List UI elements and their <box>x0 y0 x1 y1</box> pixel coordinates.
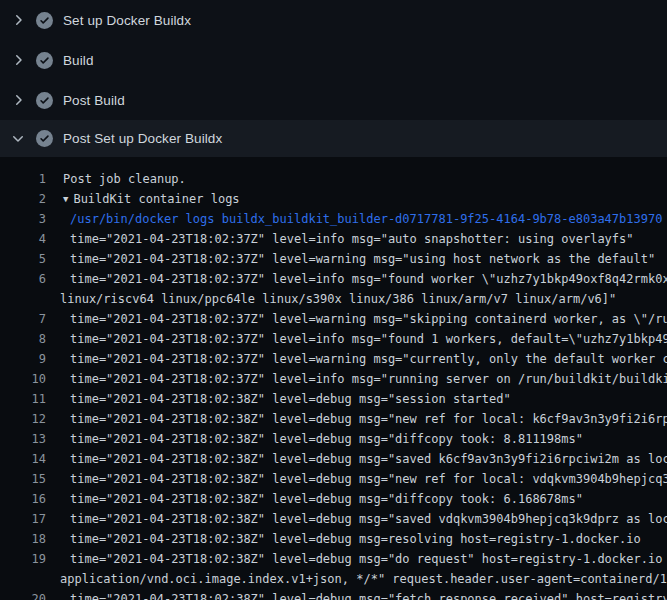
log-line: 3/usr/bin/docker logs buildx_buildkit_bu… <box>0 209 667 229</box>
log-line: 6time="2021-04-23T18:02:37Z" level=info … <box>0 269 667 289</box>
log-panel: 1Post job cleanup.2▼BuildKit container l… <box>0 157 667 600</box>
log-line: 19time="2021-04-23T18:02:38Z" level=debu… <box>0 549 667 569</box>
log-line: 20time="2021-04-23T18:02:38Z" level=debu… <box>0 589 667 600</box>
log-line-number[interactable]: 15 <box>0 469 46 489</box>
log-line: application/vnd.oci.image.index.v1+json,… <box>0 569 667 589</box>
log-line: 18time="2021-04-23T18:02:38Z" level=debu… <box>0 529 667 549</box>
log-line: 16time="2021-04-23T18:02:38Z" level=debu… <box>0 489 667 509</box>
log-line-number[interactable]: 20 <box>0 589 46 600</box>
log-line-number[interactable]: 8 <box>0 329 46 349</box>
log-line: 15time="2021-04-23T18:02:38Z" level=debu… <box>0 469 667 489</box>
actions-log-viewer: Set up Docker BuildxBuildPost BuildPost … <box>0 0 667 600</box>
log-line-number[interactable]: 19 <box>0 549 46 569</box>
log-line: 9time="2021-04-23T18:02:37Z" level=warni… <box>0 349 667 369</box>
log-text: time="2021-04-23T18:02:38Z" level=debug … <box>46 409 667 429</box>
step-header-post-set-up-docker-buildx[interactable]: Post Set up Docker Buildx <box>0 120 667 157</box>
log-group-title[interactable]: BuildKit container logs <box>73 189 239 209</box>
log-line: 1Post job cleanup. <box>0 169 667 189</box>
log-text: time="2021-04-23T18:02:37Z" level=warnin… <box>46 349 667 369</box>
steps-list: Set up Docker BuildxBuildPost BuildPost … <box>0 0 667 157</box>
log-line-number[interactable]: 1 <box>0 169 46 189</box>
step-header-build[interactable]: Build <box>0 40 667 80</box>
chevron-down-icon <box>10 131 26 147</box>
check-circle-icon <box>36 12 53 29</box>
log-line-number[interactable]: 10 <box>0 369 46 389</box>
log-text: time="2021-04-23T18:02:37Z" level=info m… <box>46 229 634 249</box>
log-text: time="2021-04-23T18:02:38Z" level=debug … <box>46 429 583 449</box>
log-line-number[interactable]: 9 <box>0 349 46 369</box>
log-line-number[interactable]: 16 <box>0 489 46 509</box>
log-text: time="2021-04-23T18:02:37Z" level=info m… <box>46 269 667 289</box>
log-text: application/vnd.oci.image.index.v1+json,… <box>46 569 667 589</box>
log-line: 10time="2021-04-23T18:02:37Z" level=info… <box>0 369 667 389</box>
log-line-number[interactable]: 18 <box>0 529 46 549</box>
log-text: time="2021-04-23T18:02:38Z" level=debug … <box>46 509 667 529</box>
chevron-right-icon <box>10 92 26 108</box>
triangle-down-icon[interactable]: ▼ <box>63 189 68 209</box>
log-line-number[interactable]: 6 <box>0 269 46 289</box>
log-line-number[interactable]: 17 <box>0 509 46 529</box>
log-line: 11time="2021-04-23T18:02:38Z" level=debu… <box>0 389 667 409</box>
check-circle-icon <box>36 92 53 109</box>
step-header-set-up-docker-buildx[interactable]: Set up Docker Buildx <box>0 0 667 40</box>
log-line: linux/riscv64 linux/ppc64le linux/s390x … <box>0 289 667 309</box>
log-line: 8time="2021-04-23T18:02:37Z" level=info … <box>0 329 667 349</box>
log-command-text: /usr/bin/docker logs buildx_buildkit_bui… <box>46 209 662 229</box>
log-text: time="2021-04-23T18:02:37Z" level=info m… <box>46 329 667 349</box>
log-text: time="2021-04-23T18:02:38Z" level=debug … <box>46 589 667 600</box>
log-text: Post job cleanup. <box>46 169 186 189</box>
log-line: 12time="2021-04-23T18:02:38Z" level=debu… <box>0 409 667 429</box>
log-text: time="2021-04-23T18:02:37Z" level=warnin… <box>46 249 655 269</box>
step-label: Post Build <box>63 93 125 108</box>
log-line-number[interactable]: 7 <box>0 309 46 329</box>
log-text: linux/riscv64 linux/ppc64le linux/s390x … <box>46 289 616 309</box>
log-text: time="2021-04-23T18:02:38Z" level=debug … <box>46 469 667 489</box>
chevron-right-icon <box>10 12 26 28</box>
log-line: 13time="2021-04-23T18:02:38Z" level=debu… <box>0 429 667 449</box>
log-line-number[interactable]: 3 <box>0 209 46 229</box>
log-text: time="2021-04-23T18:02:38Z" level=debug … <box>46 449 667 469</box>
log-line-number[interactable]: 11 <box>0 389 46 409</box>
log-line: 5time="2021-04-23T18:02:37Z" level=warni… <box>0 249 667 269</box>
log-text: time="2021-04-23T18:02:38Z" level=debug … <box>46 549 667 569</box>
check-circle-icon <box>36 130 53 147</box>
log-text: time="2021-04-23T18:02:37Z" level=warnin… <box>46 309 667 329</box>
log-text: time="2021-04-23T18:02:38Z" level=debug … <box>46 489 583 509</box>
log-line-number[interactable]: 4 <box>0 229 46 249</box>
chevron-right-icon <box>10 52 26 68</box>
check-circle-icon <box>36 52 53 69</box>
log-line-number[interactable]: 14 <box>0 449 46 469</box>
log-line: 4time="2021-04-23T18:02:37Z" level=info … <box>0 229 667 249</box>
log-line: 2▼BuildKit container logs <box>0 189 667 209</box>
log-line-number[interactable]: 5 <box>0 249 46 269</box>
step-label: Set up Docker Buildx <box>63 13 191 28</box>
log-line-number[interactable]: 13 <box>0 429 46 449</box>
log-line: 14time="2021-04-23T18:02:38Z" level=debu… <box>0 449 667 469</box>
log-text: time="2021-04-23T18:02:37Z" level=info m… <box>46 369 667 389</box>
log-line-number[interactable]: 2 <box>0 189 46 209</box>
log-line: 7time="2021-04-23T18:02:37Z" level=warni… <box>0 309 667 329</box>
log-line: 17time="2021-04-23T18:02:38Z" level=debu… <box>0 509 667 529</box>
log-text: time="2021-04-23T18:02:38Z" level=debug … <box>46 389 511 409</box>
step-header-post-build[interactable]: Post Build <box>0 80 667 120</box>
step-label: Build <box>63 53 94 68</box>
log-text: time="2021-04-23T18:02:38Z" level=debug … <box>46 529 641 549</box>
log-line-number[interactable]: 12 <box>0 409 46 429</box>
step-label: Post Set up Docker Buildx <box>63 131 222 146</box>
